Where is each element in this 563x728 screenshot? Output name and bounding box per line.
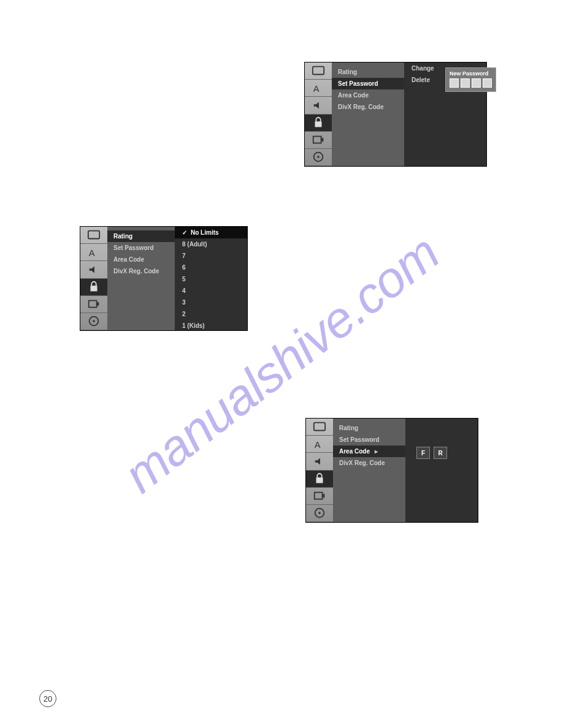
page-number-value: 20 xyxy=(39,690,56,707)
icon-record xyxy=(80,296,107,313)
icon-lock xyxy=(80,279,107,296)
screenshot-rating: A Rating Set Password Area Code DivX Reg… xyxy=(80,226,248,331)
area-code-value[interactable]: F R xyxy=(416,447,447,459)
password-input-boxes[interactable] xyxy=(450,78,492,88)
icon-language: A xyxy=(306,436,333,453)
rating-6[interactable]: 6 xyxy=(175,262,247,273)
rating-1[interactable]: 1 (Kids) xyxy=(175,320,247,332)
screenshot-set-password: A Rating Set Password Area Code DivX Reg… xyxy=(304,62,487,167)
icon-language: A xyxy=(305,80,332,97)
menu-set-password[interactable]: Set Password xyxy=(332,78,404,89)
menu-area-code[interactable]: Area Code xyxy=(332,89,404,101)
icon-display xyxy=(80,227,107,244)
menu-rating[interactable]: Rating xyxy=(333,422,405,434)
menu-sidebar: A xyxy=(305,63,332,166)
menu-rating[interactable]: Rating xyxy=(107,230,175,242)
icon-display xyxy=(306,419,333,436)
icon-lock xyxy=(305,115,332,132)
svg-rect-3 xyxy=(313,137,321,143)
svg-rect-2 xyxy=(315,121,322,127)
menu-divx[interactable]: DivX Reg. Code xyxy=(332,101,404,113)
menu-items: Rating Set Password Area Code DivX Reg. … xyxy=(332,63,404,166)
rating-4[interactable]: 4 xyxy=(175,285,247,297)
rating-options: No Limits 8 (Adult) 7 6 5 4 3 2 1 (Kids) xyxy=(175,227,247,330)
icon-display xyxy=(305,63,332,80)
svg-rect-0 xyxy=(313,66,324,74)
rating-no-limits[interactable]: No Limits xyxy=(175,227,247,238)
menu-sidebar: A xyxy=(306,419,333,522)
menu-items: Rating Set Password Area Code DivX Reg. … xyxy=(333,419,405,522)
screenshot-area-code: A Rating Set Password Area Code DivX Reg… xyxy=(305,418,478,523)
menu-divx[interactable]: DivX Reg. Code xyxy=(107,265,175,277)
svg-rect-6 xyxy=(88,230,99,238)
svg-point-17 xyxy=(318,512,321,515)
menu-area-code[interactable]: Area Code xyxy=(107,254,175,265)
icon-audio xyxy=(306,453,333,470)
icon-record xyxy=(306,488,333,505)
menu-rating[interactable]: Rating xyxy=(332,66,404,78)
icon-disc xyxy=(305,149,332,166)
svg-text:A: A xyxy=(315,439,321,449)
svg-rect-8 xyxy=(91,286,98,291)
rating-7[interactable]: 7 xyxy=(175,250,247,262)
area-code-char-1: F xyxy=(416,447,430,459)
page-number: 20 xyxy=(39,690,56,707)
svg-point-11 xyxy=(93,320,95,323)
area-code-panel: F R xyxy=(405,419,478,522)
svg-rect-12 xyxy=(314,422,325,430)
menu-right-column: Change Delete New Password xyxy=(404,63,486,166)
menu-items: Rating Set Password Area Code DivX Reg. … xyxy=(107,227,175,330)
svg-rect-14 xyxy=(316,477,323,483)
menu-area-code[interactable]: Area Code xyxy=(333,446,405,457)
menu-set-password[interactable]: Set Password xyxy=(333,434,405,446)
svg-rect-15 xyxy=(315,493,323,499)
menu-sidebar: A xyxy=(80,227,107,330)
svg-text:A: A xyxy=(313,83,320,93)
menu-divx[interactable]: DivX Reg. Code xyxy=(333,457,405,469)
icon-disc xyxy=(80,313,107,330)
rating-3[interactable]: 3 xyxy=(175,297,247,308)
area-code-char-2: R xyxy=(434,447,447,459)
svg-text:A: A xyxy=(89,248,95,257)
new-password-popup: New Password xyxy=(445,67,496,92)
icon-record xyxy=(305,132,332,149)
rating-2[interactable]: 2 xyxy=(175,308,247,320)
rating-8[interactable]: 8 (Adult) xyxy=(175,238,247,250)
icon-disc xyxy=(306,505,333,522)
icon-lock xyxy=(306,471,333,488)
svg-rect-9 xyxy=(89,301,97,308)
icon-language: A xyxy=(80,244,107,261)
menu-set-password[interactable]: Set Password xyxy=(107,242,175,254)
svg-point-5 xyxy=(317,156,320,159)
icon-audio xyxy=(305,97,332,114)
popup-title: New Password xyxy=(450,70,489,77)
icon-audio xyxy=(80,261,107,278)
rating-5[interactable]: 5 xyxy=(175,273,247,285)
